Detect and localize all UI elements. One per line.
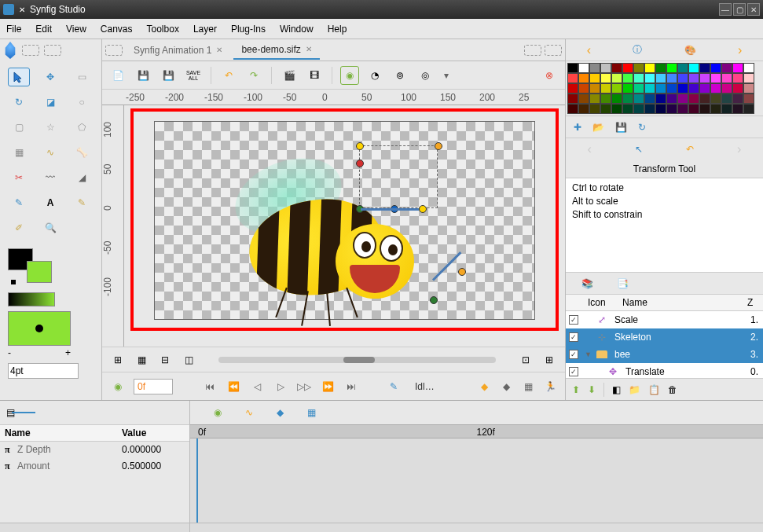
nav-next-icon[interactable]: › xyxy=(738,43,742,57)
rotate-tool[interactable]: ↻ xyxy=(8,93,30,112)
close-doc-button[interactable]: ⊗ xyxy=(540,66,559,85)
color-swatch[interactable] xyxy=(743,94,754,104)
color-swatch[interactable] xyxy=(677,73,688,83)
color-swatch[interactable] xyxy=(622,83,633,94)
layer-row[interactable]: ✓ ▼ bee 3. xyxy=(566,346,763,363)
menu-file[interactable]: File xyxy=(6,24,21,35)
expand-icon[interactable]: ▼ xyxy=(585,350,592,358)
color-swatch[interactable] xyxy=(589,83,600,94)
loop-button[interactable]: ✎ xyxy=(385,378,402,395)
metadata-tab-icon[interactable]: ▦ xyxy=(307,407,316,418)
onion-skin-button[interactable]: ◔ xyxy=(365,66,384,85)
color-swatch[interactable] xyxy=(655,83,666,94)
color-swatch[interactable] xyxy=(710,94,721,104)
color-swatch[interactable] xyxy=(732,73,743,83)
timeline-ruler[interactable]: 0f 120f xyxy=(190,424,763,438)
color-swatch[interactable] xyxy=(666,63,677,73)
layers-tab-icon[interactable]: 📚 xyxy=(581,278,593,289)
history-tab-icon[interactable]: ↶ xyxy=(686,144,694,155)
color-swatch[interactable] xyxy=(655,104,666,114)
seek-next-kf-button[interactable]: ⏩ xyxy=(319,378,336,395)
palette-save-button[interactable]: 💾 xyxy=(615,122,627,133)
layer-up-button[interactable]: ⬆ xyxy=(572,384,580,395)
eyedrop-tool[interactable]: ✎ xyxy=(8,193,30,212)
color-swatch[interactable] xyxy=(666,83,677,94)
color-swatch[interactable] xyxy=(589,63,600,73)
color-swatch[interactable] xyxy=(611,104,622,114)
color-swatch[interactable] xyxy=(743,63,754,73)
layer-visible-checkbox[interactable]: ✓ xyxy=(569,367,578,376)
seek-end-button[interactable]: ⏭ xyxy=(343,378,360,395)
color-swatch[interactable] xyxy=(677,94,688,104)
snap-button[interactable]: ⊞ xyxy=(108,350,127,369)
color-swatch[interactable] xyxy=(732,104,743,114)
layer-down-button[interactable]: ⬇ xyxy=(588,384,596,395)
sketch-tool[interactable]: ✎ xyxy=(71,193,93,212)
color-swatch[interactable] xyxy=(666,104,677,114)
color-swatch[interactable] xyxy=(611,63,622,73)
handle-bone-end[interactable] xyxy=(458,268,466,276)
save-button[interactable]: 💾 xyxy=(134,66,152,85)
panel-handle[interactable] xyxy=(545,45,562,56)
color-swatch[interactable] xyxy=(732,83,743,94)
layer-duplicate-button[interactable]: 📋 xyxy=(648,384,660,395)
color-swatch[interactable] xyxy=(589,94,600,104)
spline-tool[interactable]: ∿ xyxy=(39,143,61,162)
nav-next-icon[interactable]: › xyxy=(737,142,741,156)
preview-button[interactable]: 🎞 xyxy=(305,66,324,85)
param-row[interactable]: πAmount0.500000 xyxy=(0,458,189,475)
handle-corner[interactable] xyxy=(435,142,442,150)
color-swatch[interactable] xyxy=(710,73,721,83)
onion-button[interactable]: ◫ xyxy=(179,350,198,369)
color-swatch[interactable] xyxy=(721,63,732,73)
playhead[interactable] xyxy=(196,438,198,523)
menu-toolbox[interactable]: Toolbox xyxy=(147,24,179,35)
keyframe-button[interactable]: ⊚ xyxy=(391,66,409,85)
menu-canvas[interactable]: Canvas xyxy=(101,24,133,35)
zoom-fit-button[interactable]: ⊡ xyxy=(516,350,535,369)
color-swatch[interactable] xyxy=(633,73,644,83)
color-swatch[interactable] xyxy=(732,63,743,73)
play-button[interactable]: ▷ xyxy=(272,378,289,395)
color-swatch[interactable] xyxy=(578,73,589,83)
timetrack-tab-icon[interactable]: ◉ xyxy=(214,407,222,418)
color-swatch[interactable] xyxy=(721,83,732,94)
add-color-button[interactable]: ✚ xyxy=(574,122,581,133)
palette-tab-icon[interactable]: 🎨 xyxy=(684,45,696,56)
color-swatch[interactable] xyxy=(688,83,699,94)
color-swatch[interactable] xyxy=(644,63,655,73)
color-swatch[interactable] xyxy=(567,73,578,83)
layer-delete-button[interactable]: 🗑 xyxy=(668,384,677,395)
layer-visible-checkbox[interactable]: ✓ xyxy=(569,315,578,325)
color-swatch[interactable] xyxy=(622,63,633,73)
color-swatch[interactable] xyxy=(567,94,578,104)
prev-frame-button[interactable]: ◁ xyxy=(248,378,266,395)
swap-reset-icon[interactable] xyxy=(11,280,16,284)
render-button[interactable]: 🎬 xyxy=(280,66,299,85)
layer-new-button[interactable]: ◧ xyxy=(612,384,621,395)
next-frame-button[interactable]: ▷▷ xyxy=(295,378,313,395)
color-swatch[interactable] xyxy=(633,94,644,104)
text-tool[interactable]: A xyxy=(39,193,61,212)
color-swatch[interactable] xyxy=(567,63,578,73)
background-color[interactable] xyxy=(27,261,52,283)
color-swatch[interactable] xyxy=(732,94,743,104)
color-swatch[interactable] xyxy=(721,104,732,114)
color-swatch[interactable] xyxy=(578,83,589,94)
param-row[interactable]: πZ Depth0.000000 xyxy=(0,442,189,458)
panel-handle[interactable] xyxy=(22,45,39,56)
gradient-tool[interactable]: ▦ xyxy=(8,143,30,162)
close-icon[interactable]: ✕ xyxy=(306,45,312,53)
star-tool[interactable]: ☆ xyxy=(39,118,61,137)
smooth-move-tool[interactable]: ✥ xyxy=(39,68,61,86)
color-swatch[interactable] xyxy=(699,83,710,94)
color-swatch[interactable] xyxy=(743,104,754,114)
new-file-button[interactable]: 📄 xyxy=(108,66,127,85)
menu-view[interactable]: View xyxy=(66,24,86,35)
redo-button[interactable]: ↷ xyxy=(244,66,263,85)
panel-handle[interactable] xyxy=(105,45,123,56)
animate-button[interactable]: 🏃 xyxy=(541,378,559,395)
color-swatch[interactable] xyxy=(688,63,699,73)
bone[interactable] xyxy=(432,251,461,281)
canvas[interactable] xyxy=(124,105,565,347)
